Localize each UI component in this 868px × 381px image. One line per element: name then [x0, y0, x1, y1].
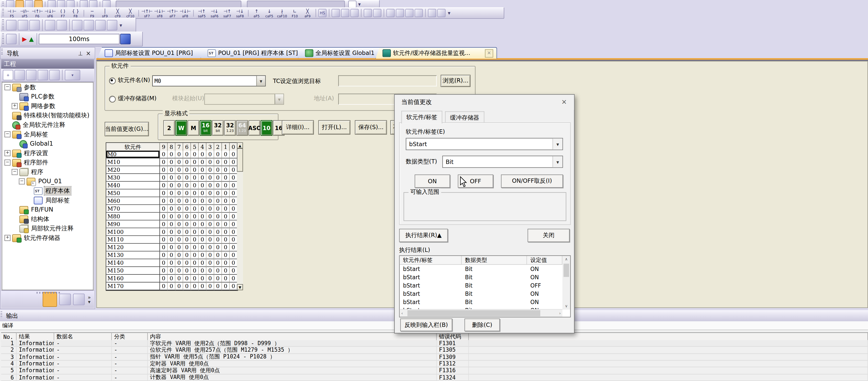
output-row[interactable]: 4Information--定时器 VAR用 使用0点F1312: [1, 361, 868, 368]
toolbar-icon[interactable]: [56, 20, 67, 31]
toolbar-icon[interactable]: [364, 9, 372, 17]
reflect-to-input-button[interactable]: 反映到输入栏(B): [400, 319, 453, 331]
ladder-tool-cF10[interactable]: ╳cF10: [124, 8, 137, 17]
bit-cell[interactable]: 0: [168, 197, 176, 205]
bit-cell[interactable]: 0: [176, 174, 183, 182]
bit-cell[interactable]: 0: [199, 158, 207, 166]
tc-target-field[interactable]: [338, 76, 437, 86]
bit-cell[interactable]: 0: [230, 236, 238, 244]
bit-cell[interactable]: 0: [214, 236, 222, 244]
watch-window-icon[interactable]: [120, 34, 130, 45]
bit-cell[interactable]: 0: [214, 174, 222, 182]
format-button-32-1.23[interactable]: 321.23: [224, 120, 236, 136]
bit-cell[interactable]: 0: [168, 221, 176, 228]
bit-cell[interactable]: 0: [183, 267, 191, 275]
bit-cell[interactable]: 0: [199, 283, 207, 290]
bit-cell[interactable]: 0: [207, 205, 214, 213]
bit-cell[interactable]: 0: [160, 252, 168, 259]
scroll-right-icon[interactable]: ›: [559, 311, 561, 316]
bit-cell[interactable]: 0: [191, 166, 199, 174]
bit-cell[interactable]: 0: [199, 174, 207, 182]
device-label-combo[interactable]: bStart ▼: [406, 138, 563, 150]
ladder-tool-sF7[interactable]: ⊣↑⊢sF7: [141, 8, 153, 17]
device-cell[interactable]: M50: [106, 189, 160, 197]
start-monitor-icon[interactable]: ▶: [22, 35, 27, 42]
refresh-icon[interactable]: [49, 70, 60, 80]
device-cell[interactable]: M120: [106, 244, 160, 252]
bit-cell[interactable]: 0: [214, 213, 222, 221]
ladder-tool-sF6[interactable]: ⊣↓⊢sF6: [44, 8, 57, 17]
bit-cell[interactable]: 0: [176, 252, 183, 259]
bit-cell[interactable]: 0: [168, 182, 176, 189]
bit-cell[interactable]: 0: [222, 267, 230, 275]
bit-cell[interactable]: 0: [222, 205, 230, 213]
bit-cell[interactable]: 0: [214, 221, 222, 228]
on-off-invert-button[interactable]: ON/OFF取反(I): [501, 174, 563, 188]
tree-item[interactable]: +程序设置: [2, 148, 93, 158]
bit-cell[interactable]: 0: [207, 267, 214, 275]
ladder-tool-aF7[interactable]: ⊣↑⊢aF7: [166, 8, 179, 17]
bit-cell[interactable]: 0: [176, 182, 183, 189]
device-cell[interactable]: M150: [106, 267, 160, 275]
bit-cell[interactable]: 0: [168, 205, 176, 213]
result-row[interactable]: bStartBitOFF: [400, 282, 562, 290]
bit-cell[interactable]: 0: [176, 166, 183, 174]
bit-cell[interactable]: 0: [168, 151, 176, 158]
toolbar-icon[interactable]: [18, 20, 28, 31]
bit-cell[interactable]: 0: [168, 228, 176, 236]
format-button-ASC[interactable]: ASC: [248, 120, 260, 136]
bit-cell[interactable]: 0: [230, 166, 238, 174]
bit-cell[interactable]: 0: [176, 205, 183, 213]
bit-cell[interactable]: 0: [222, 259, 230, 267]
bit-cell[interactable]: 0: [207, 213, 214, 221]
bit-cell[interactable]: 0: [207, 166, 214, 174]
bit-cell[interactable]: 0: [183, 182, 191, 189]
pin-icon[interactable]: ⊥: [78, 50, 86, 56]
toolbar-icon[interactable]: [84, 20, 94, 31]
collapse-icon[interactable]: −: [19, 178, 25, 184]
device-cell[interactable]: M130: [106, 252, 160, 259]
scroll-down-icon[interactable]: ▼: [237, 284, 243, 290]
toolbar-icon[interactable]: [29, 20, 40, 31]
bit-cell[interactable]: 0: [207, 275, 214, 283]
device-name-combo[interactable]: M0 ▼: [152, 76, 266, 86]
output-row[interactable]: 1Information--字软元件 VAR用 使用2点（范围 D998 - D…: [1, 340, 868, 347]
bit-cell[interactable]: 0: [183, 213, 191, 221]
bit-cell[interactable]: 0: [183, 189, 191, 197]
bit-cell[interactable]: 0: [183, 221, 191, 228]
dialog-close-icon[interactable]: ×: [559, 97, 570, 107]
toolbar-icon[interactable]: [45, 20, 55, 31]
bit-cell[interactable]: 0: [199, 205, 207, 213]
dialog-titlebar[interactable]: 当前值更改 ×: [395, 95, 574, 110]
device-cell[interactable]: M160: [106, 275, 160, 283]
bit-cell[interactable]: 0: [230, 189, 238, 197]
result-hscrollbar[interactable]: ‹ ›: [400, 309, 562, 317]
bit-cell[interactable]: 0: [176, 197, 183, 205]
device-cell[interactable]: M140: [106, 259, 160, 267]
toolbar-icon[interactable]: [405, 9, 413, 17]
bit-cell[interactable]: 0: [191, 151, 199, 158]
toolbar-icon[interactable]: [107, 20, 117, 31]
bit-cell[interactable]: 0: [168, 275, 176, 283]
bit-cell[interactable]: 0: [199, 267, 207, 275]
bit-cell[interactable]: 0: [222, 182, 230, 189]
ladder-tool-F9[interactable]: ─F9: [86, 8, 99, 17]
bit-cell[interactable]: 0: [207, 236, 214, 244]
device-table-scrollbar[interactable]: ▲ ▼: [237, 142, 243, 290]
bit-cell[interactable]: 0: [207, 221, 214, 228]
bit-cell[interactable]: 0: [168, 174, 176, 182]
toolbar-icon[interactable]: [414, 9, 423, 17]
ladder-tool-caF10[interactable]: ∤caF10: [276, 8, 288, 17]
tree-item[interactable]: −POU_01: [2, 177, 93, 186]
bit-cell[interactable]: 0: [168, 236, 176, 244]
bit-cell[interactable]: 0: [176, 259, 183, 267]
bit-cell[interactable]: 0: [222, 236, 230, 244]
bit-cell[interactable]: 0: [183, 158, 191, 166]
user-library-view-button[interactable]: [60, 294, 71, 305]
result-vscrollbar[interactable]: ∧ ∨: [562, 256, 570, 310]
tree-item[interactable]: Global1: [2, 139, 93, 149]
tree-item[interactable]: 特殊模块(智能功能模块): [2, 111, 93, 120]
bit-cell[interactable]: 0: [214, 259, 222, 267]
toolbar-grip[interactable]: [2, 33, 4, 45]
toolbar-icon[interactable]: [396, 9, 404, 17]
